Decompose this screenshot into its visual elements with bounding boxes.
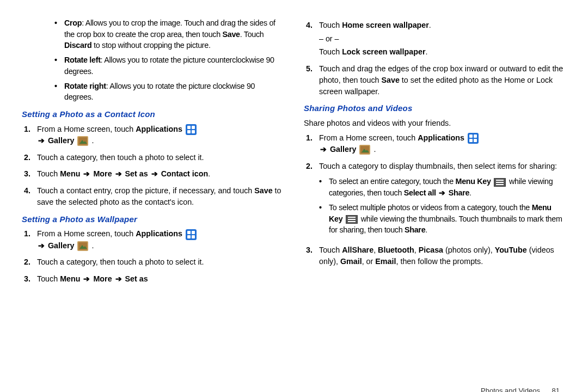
step-1: From a Home screen, touch Applications ➔… xyxy=(22,228,284,251)
steps-wallpaper: From a Home screen, touch Applications ➔… xyxy=(22,228,284,284)
text: To select an entire category, touch the xyxy=(329,177,456,186)
svg-rect-8 xyxy=(186,229,197,240)
svg-rect-18 xyxy=(474,134,477,138)
svg-rect-1 xyxy=(187,126,191,129)
text: , xyxy=(373,246,378,254)
bullet-select-multiple: To select multiple photos or videos from… xyxy=(319,202,566,236)
bullet-crop: Crop: Allows you to crop the image. Touc… xyxy=(54,17,284,51)
label-lock-wallpaper: Lock screen wallpaper xyxy=(342,47,425,56)
gallery-icon xyxy=(77,136,88,146)
label-allshare: AllShare xyxy=(342,246,373,254)
label-picasa: Picasa xyxy=(419,246,443,254)
label-save: Save xyxy=(381,76,399,84)
arrow-icon: ➔ xyxy=(114,169,123,178)
svg-rect-27 xyxy=(496,184,504,185)
svg-rect-9 xyxy=(187,231,191,234)
text: Touch xyxy=(37,274,60,283)
share-sub-bullets: To select an entire category, touch the … xyxy=(319,176,566,236)
svg-rect-25 xyxy=(496,180,504,181)
label-youtube: YouTube xyxy=(495,246,527,254)
label-share: Share xyxy=(405,225,425,234)
svg-rect-17 xyxy=(469,134,473,138)
gallery-icon xyxy=(77,241,88,251)
sharing-intro: Share photos and videos with your friend… xyxy=(304,118,566,129)
text: , then follow the prompts. xyxy=(396,257,483,266)
applications-icon xyxy=(468,133,479,144)
left-column: Crop: Allows you to crop the image. Touc… xyxy=(22,16,284,376)
term-save: Save xyxy=(223,30,240,39)
label-gmail: Gmail xyxy=(340,257,362,266)
svg-rect-12 xyxy=(192,235,195,238)
footer-page-number: 81 xyxy=(552,387,560,392)
label-gallery: Gallery xyxy=(48,241,74,250)
svg-rect-29 xyxy=(348,217,356,218)
step-4: Touch Home screen wallpaper. – or – Touc… xyxy=(304,20,566,58)
text: From a Home screen, touch xyxy=(319,133,418,142)
label-contact-icon: Contact icon xyxy=(161,169,209,178)
step-4: Touch a contact entry, crop the picture,… xyxy=(22,185,284,207)
label-menu-key: Menu Key xyxy=(456,177,491,186)
svg-rect-30 xyxy=(348,219,356,220)
text: , or xyxy=(362,257,376,266)
text: . xyxy=(425,225,427,234)
rotate-crop-bullets: Crop: Allows you to crop the image. Touc… xyxy=(54,17,284,103)
arrow-icon: ➔ xyxy=(114,274,123,283)
svg-rect-31 xyxy=(348,221,356,222)
text: Touch xyxy=(319,21,342,29)
label-set-as: Set as xyxy=(125,274,148,283)
label-save: Save xyxy=(254,186,272,195)
heading-wallpaper: Setting a Photo as Wallpaper xyxy=(22,213,284,225)
step-5: Touch and drag the edges of the crop box… xyxy=(304,63,566,97)
svg-rect-3 xyxy=(187,130,191,133)
page-body: Crop: Allows you to crop the image. Touc… xyxy=(0,0,588,387)
term-rotate-left: Rotate left xyxy=(64,56,101,64)
label-share: Share xyxy=(449,188,469,197)
svg-rect-26 xyxy=(496,182,504,183)
step-1: From a Home screen, touch Applications ➔… xyxy=(304,132,566,155)
label-gallery: Gallery xyxy=(330,145,356,154)
text: , xyxy=(414,246,419,254)
svg-rect-0 xyxy=(186,124,197,135)
text: Touch a category to display thumbnails, … xyxy=(319,162,557,170)
steps-wallpaper-cont: Touch Home screen wallpaper. – or – Touc… xyxy=(304,20,566,97)
gallery-icon xyxy=(359,145,370,155)
svg-rect-11 xyxy=(187,235,191,238)
svg-rect-2 xyxy=(192,126,195,129)
text: . Touch xyxy=(240,30,264,39)
text: . xyxy=(429,21,431,29)
right-column: Touch Home screen wallpaper. – or – Touc… xyxy=(304,16,566,376)
or-divider: – or – xyxy=(319,33,566,45)
label-gallery: Gallery xyxy=(48,136,74,145)
label-menu: Menu xyxy=(60,274,80,283)
applications-icon xyxy=(186,229,197,240)
label-select-all: Select all xyxy=(404,188,436,197)
applications-icon xyxy=(186,124,197,135)
text: Touch xyxy=(37,169,60,178)
label-email: Email xyxy=(375,257,396,266)
text: Touch xyxy=(319,47,342,56)
label-applications: Applications xyxy=(136,229,182,238)
step-2: Touch a category, then touch a photo to … xyxy=(22,152,284,163)
label-more: More xyxy=(93,169,112,178)
arrow-icon: ➔ xyxy=(82,274,91,283)
term-discard: Discard xyxy=(64,41,91,50)
label-more: More xyxy=(93,274,112,283)
arrow-icon: ➔ xyxy=(37,136,46,145)
arrow-icon: ➔ xyxy=(82,169,91,178)
text: (photos only), xyxy=(443,246,495,254)
label-menu: Menu xyxy=(60,169,80,178)
bullet-select-category: To select an entire category, touch the … xyxy=(319,176,566,198)
step-3: Touch AllShare, Bluetooth, Picasa (photo… xyxy=(304,244,566,267)
step-1: From a Home screen, touch Applications ➔… xyxy=(22,124,284,146)
arrow-icon: ➔ xyxy=(438,188,446,197)
menu-key-icon xyxy=(346,215,358,224)
heading-contact-icon: Setting a Photo as a Contact Icon xyxy=(22,108,284,120)
steps-sharing: From a Home screen, touch Applications ➔… xyxy=(304,132,566,267)
svg-rect-10 xyxy=(192,231,195,234)
heading-sharing: Sharing Photos and Videos xyxy=(304,102,566,114)
label-applications: Applications xyxy=(136,125,182,133)
label-home-wallpaper: Home screen wallpaper xyxy=(342,21,429,29)
text: . xyxy=(208,169,210,178)
text: . xyxy=(469,188,471,197)
svg-rect-19 xyxy=(469,139,473,142)
